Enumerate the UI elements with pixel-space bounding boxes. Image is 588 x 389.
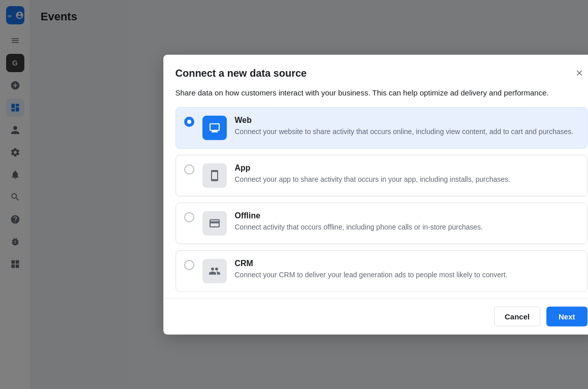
modal-title: Connect a new data source <box>176 67 307 79</box>
crm-icon-box <box>202 258 227 283</box>
app-option-text: App Connect your app to share activity t… <box>235 163 579 184</box>
web-option-desc: Connect your website to share activity t… <box>235 126 579 137</box>
web-icon-box <box>202 115 227 140</box>
crm-option-desc: Connect your CRM to deliver your lead ge… <box>235 270 579 280</box>
next-button[interactable]: Next <box>546 306 587 326</box>
cancel-button[interactable]: Cancel <box>494 306 540 326</box>
crm-option-title: CRM <box>235 258 579 268</box>
radio-app[interactable] <box>184 164 194 174</box>
app-option-title: App <box>235 163 579 172</box>
option-offline[interactable]: Offline Connect activity that occurs off… <box>176 202 587 244</box>
offline-icon-box <box>202 211 227 235</box>
modal-header: Connect a new data source <box>163 55 589 87</box>
modal-options-list: Web Connect your website to share activi… <box>163 107 589 291</box>
web-option-title: Web <box>235 115 579 124</box>
offline-option-title: Offline <box>235 211 579 220</box>
app-icon-box <box>202 163 227 187</box>
radio-offline[interactable] <box>184 212 194 222</box>
modal-description: Share data on how customers interact wit… <box>163 87 589 107</box>
radio-web[interactable] <box>184 116 194 126</box>
web-option-text: Web Connect your website to share activi… <box>235 115 579 137</box>
modal-dialog: ▲ ▼ Connect a new data source Share data… <box>163 55 589 335</box>
app-option-desc: Connect your app to share activity that … <box>235 174 579 184</box>
modal-close-button[interactable] <box>571 65 587 81</box>
offline-option-desc: Connect activity that occurs offline, in… <box>235 222 579 232</box>
option-app[interactable]: App Connect your app to share activity t… <box>176 154 587 196</box>
offline-option-text: Offline Connect activity that occurs off… <box>235 211 579 232</box>
modal-footer: Cancel Next <box>163 298 589 334</box>
option-crm[interactable]: CRM Connect your CRM to deliver your lea… <box>176 250 587 291</box>
radio-crm[interactable] <box>184 260 194 270</box>
crm-option-text: CRM Connect your CRM to deliver your lea… <box>235 258 579 280</box>
option-web[interactable]: Web Connect your website to share activi… <box>176 107 587 148</box>
